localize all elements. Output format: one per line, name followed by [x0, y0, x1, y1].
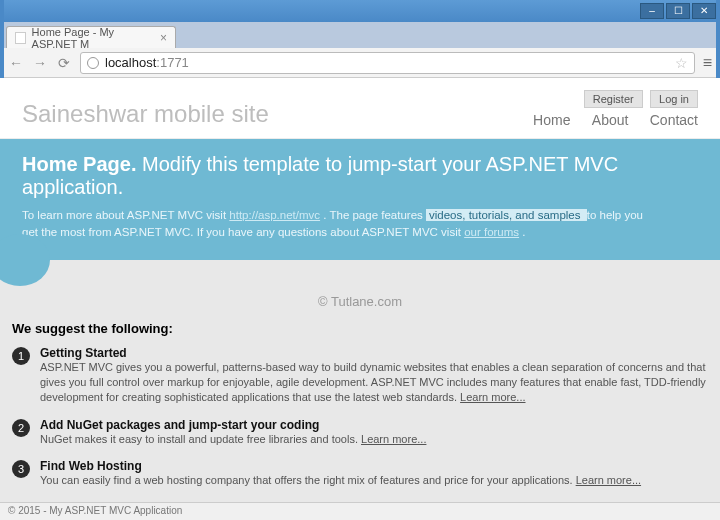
- globe-icon: [87, 57, 99, 69]
- page-viewport: Saineshwar mobile site Register Log in H…: [0, 78, 720, 502]
- favicon-icon: [15, 32, 26, 44]
- bookmark-star-icon[interactable]: ☆: [675, 55, 688, 71]
- page-footer: © 2015 - My ASP.NET MVC Application: [0, 502, 720, 520]
- browser-toolbar: ← → ⟳ localhost:1771 ☆ ≡: [0, 48, 720, 78]
- hero-title-strong: Home Page.: [22, 153, 136, 175]
- hero-link-forums[interactable]: our forums: [464, 226, 519, 238]
- url-port: :1771: [156, 55, 189, 70]
- tab-title: Home Page - My ASP.NET M: [32, 26, 154, 50]
- suggestion-title: Getting Started: [40, 346, 708, 360]
- nav-contact[interactable]: Contact: [650, 112, 698, 128]
- hero-banner: Home Page. Modify this template to jump-…: [0, 139, 720, 260]
- learn-more-link[interactable]: Learn more...: [361, 433, 426, 445]
- suggestion-item: 1 Getting Started ASP.NET MVC gives you …: [12, 346, 708, 406]
- url-text: localhost:1771: [105, 55, 189, 70]
- suggestion-title: Add NuGet packages and jump-start your c…: [40, 418, 426, 432]
- suggestion-desc: You can easily find a web hosting compan…: [40, 473, 641, 488]
- suggestions-section: We suggest the following: 1 Getting Star…: [0, 315, 720, 489]
- suggestion-title: Find Web Hosting: [40, 459, 641, 473]
- back-button[interactable]: ←: [8, 55, 24, 71]
- step-number-badge: 1: [12, 347, 30, 365]
- watermark-text: © Tutlane.com: [0, 260, 720, 315]
- suggestion-desc: ASP.NET MVC gives you a powerful, patter…: [40, 360, 708, 406]
- address-bar[interactable]: localhost:1771 ☆: [80, 52, 695, 74]
- browser-tab[interactable]: Home Page - My ASP.NET M ×: [6, 26, 176, 48]
- site-brand[interactable]: Saineshwar mobile site: [22, 100, 269, 128]
- nav-about[interactable]: About: [592, 112, 629, 128]
- tab-close-icon[interactable]: ×: [160, 31, 167, 45]
- learn-more-link[interactable]: Learn more...: [576, 474, 641, 486]
- learn-more-link[interactable]: Learn more...: [460, 391, 525, 403]
- suggestion-item: 3 Find Web Hosting You can easily find a…: [12, 459, 708, 488]
- forward-button[interactable]: →: [32, 55, 48, 71]
- url-host: localhost: [105, 55, 156, 70]
- hero-paragraph: To learn more about ASP.NET MVC visit ht…: [22, 207, 662, 242]
- main-nav: Home About Contact: [515, 112, 698, 128]
- account-links: Register Log in: [515, 92, 698, 106]
- step-number-badge: 2: [12, 419, 30, 437]
- suggestions-heading: We suggest the following:: [12, 321, 708, 336]
- nav-home[interactable]: Home: [533, 112, 570, 128]
- window-minimize-button[interactable]: –: [640, 3, 664, 19]
- browser-tab-strip: Home Page - My ASP.NET M ×: [0, 22, 720, 48]
- hero-link-aspnet[interactable]: http://asp.net/mvc: [229, 209, 320, 221]
- hero-title: Home Page. Modify this template to jump-…: [22, 153, 698, 199]
- site-header: Saineshwar mobile site Register Log in H…: [0, 78, 720, 139]
- window-maximize-button[interactable]: ☐: [666, 3, 690, 19]
- suggestion-desc: NuGet makes it easy to install and updat…: [40, 432, 426, 447]
- window-close-button[interactable]: ✕: [692, 3, 716, 19]
- reload-button[interactable]: ⟳: [56, 55, 72, 71]
- suggestion-item: 2 Add NuGet packages and jump-start your…: [12, 418, 708, 447]
- hero-highlight[interactable]: videos, tutorials, and samples: [426, 209, 587, 221]
- window-titlebar: – ☐ ✕: [0, 0, 720, 22]
- login-button[interactable]: Log in: [650, 90, 698, 108]
- chrome-menu-icon[interactable]: ≡: [703, 54, 712, 72]
- register-button[interactable]: Register: [584, 90, 643, 108]
- step-number-badge: 3: [12, 460, 30, 478]
